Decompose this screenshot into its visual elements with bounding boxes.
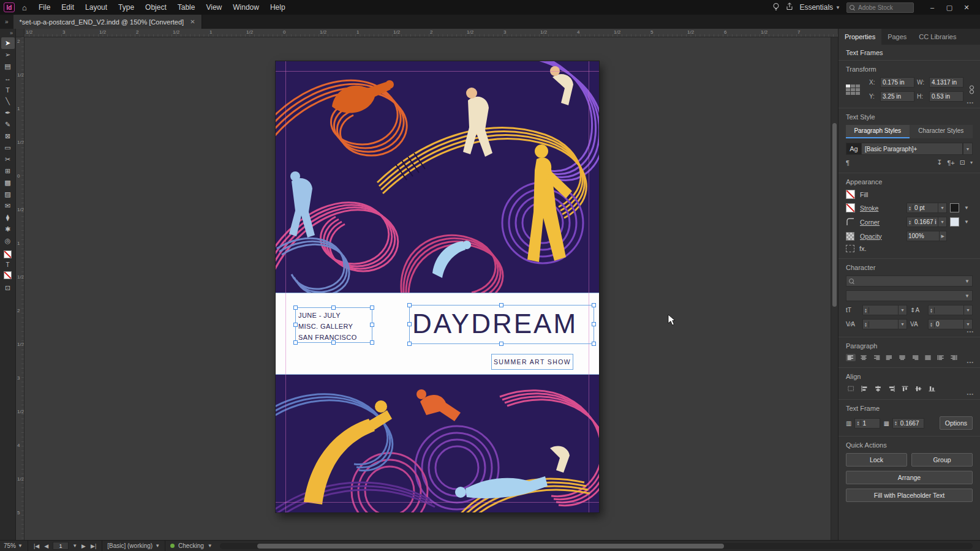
font-family-input[interactable] (856, 277, 962, 285)
columns-input[interactable] (861, 420, 880, 427)
selection-handle[interactable] (407, 342, 412, 346)
menu-item[interactable]: Table (172, 0, 201, 15)
leading-stepper[interactable]: ▲▼▼ (928, 305, 973, 315)
selection-handle[interactable] (407, 303, 412, 307)
tab-cc-libraries[interactable]: CC Libraries (913, 29, 962, 45)
font-size-stepper[interactable]: ▲▼▼ (862, 305, 907, 315)
justify-center-icon[interactable] (897, 354, 907, 361)
selection-handle[interactable] (293, 340, 298, 345)
vertical-ruler[interactable]: 21/211/201/211/221/231/241/251/26 (16, 37, 24, 540)
text-frame-options-button[interactable]: Options (940, 416, 973, 430)
panel-collapse-icon[interactable]: » (0, 15, 13, 29)
share-icon[interactable] (786, 2, 793, 12)
page-number-input[interactable] (53, 542, 69, 550)
home-icon[interactable]: ⌂ (18, 3, 31, 12)
more-options-button[interactable]: ••• (967, 359, 974, 365)
paragraph-style-select[interactable]: [Basic Paragraph]+ (862, 143, 963, 155)
stroke-swatch[interactable] (846, 203, 855, 212)
menu-item[interactable]: View (200, 0, 227, 15)
line-tool[interactable]: ╲ (1, 96, 15, 107)
selection-handle[interactable] (370, 305, 374, 310)
first-page-button[interactable]: |◀ (33, 543, 40, 549)
corner-radius-stepper[interactable]: ▲▼▼ (907, 217, 947, 227)
fill-swatch[interactable] (846, 190, 855, 199)
corner-link[interactable]: Corner (860, 219, 903, 226)
toolbar-collapse-icon[interactable]: » (10, 30, 15, 36)
fill-swatch-indicator[interactable] (4, 250, 12, 258)
align-vertical-top-icon[interactable] (900, 384, 910, 393)
selection-handle[interactable] (370, 340, 374, 345)
rectangle-tool[interactable]: ▭ (1, 142, 15, 154)
margin-guide[interactable] (276, 502, 599, 503)
justify-all-icon[interactable] (923, 354, 933, 361)
horizontal-scrollbar-thumb[interactable] (257, 544, 724, 549)
stroke-weight-input[interactable] (913, 204, 938, 211)
corner-radius-input[interactable] (913, 219, 938, 225)
pen-tool[interactable]: ✒ (1, 107, 15, 119)
vertical-scrollbar[interactable] (831, 37, 838, 540)
minimize-button[interactable]: – (924, 0, 941, 15)
redefine-style-icon[interactable]: ↧ (937, 159, 942, 167)
selection-handle[interactable] (592, 342, 596, 346)
constrain-proportions-icon[interactable] (966, 85, 977, 94)
leading-input[interactable] (935, 307, 963, 313)
align-horizontal-right-icon[interactable] (886, 384, 897, 393)
gutter-input[interactable] (899, 420, 924, 427)
selection-handle[interactable] (293, 305, 298, 310)
align-vertical-bottom-icon[interactable] (927, 384, 937, 393)
selection-handle[interactable] (499, 342, 503, 346)
workspace-switcher[interactable]: Essentials ▼ (799, 3, 840, 12)
tab-close-icon[interactable]: ✕ (190, 18, 195, 25)
tracking-stepper[interactable]: ▲▼▼ (928, 319, 973, 329)
kerning-stepper[interactable]: ▲▼▼ (862, 319, 907, 329)
artwork-frame-top[interactable] (276, 61, 599, 293)
align-horizontal-center-icon[interactable] (873, 384, 883, 393)
document-tab[interactable]: *set-up-a-postcard_END_V2.indd @ 150% [C… (13, 15, 202, 29)
free-transform-tool[interactable]: ⊞ (1, 165, 15, 177)
font-size-input[interactable] (869, 307, 898, 313)
selection-tool[interactable]: ➤ (1, 37, 15, 49)
type-tool[interactable]: T (1, 84, 15, 96)
hand-tool[interactable]: ✱ (1, 223, 15, 235)
margin-guide[interactable] (276, 71, 599, 72)
ruler-origin-corner[interactable] (16, 29, 24, 37)
selection-handle[interactable] (592, 322, 596, 326)
arrange-button[interactable]: Arrange (846, 471, 973, 484)
menu-item[interactable]: Help (265, 0, 291, 15)
align-toward-spine-icon[interactable] (936, 354, 946, 361)
formatting-affects-text-icon[interactable]: T (6, 261, 9, 268)
align-to-selection-icon[interactable] (846, 384, 856, 393)
selection-handle[interactable] (331, 340, 336, 345)
lock-button[interactable]: Lock (846, 453, 907, 467)
restore-button[interactable]: ▢ (941, 0, 958, 15)
justify-left-icon[interactable] (884, 354, 894, 361)
close-button[interactable]: ✕ (958, 0, 975, 15)
stroke-weight-stepper[interactable]: ▲▼▼ (907, 203, 947, 213)
zoom-tool[interactable]: ◎ (1, 235, 15, 247)
artwork-frame-bottom[interactable] (276, 375, 599, 512)
chevron-down-icon[interactable]: ▼ (965, 279, 970, 284)
direct-selection-tool[interactable]: ➢ (1, 49, 15, 61)
align-vertical-center-icon[interactable] (913, 384, 924, 393)
selection-handle[interactable] (370, 323, 374, 327)
indesign-app-icon[interactable]: Id (4, 2, 15, 12)
zoom-level-select[interactable]: 75% ▼ (4, 542, 23, 549)
stroke-color-swatch[interactable] (950, 203, 959, 212)
opacity-stepper[interactable]: ▶ (907, 231, 947, 241)
align-away-spine-icon[interactable] (949, 354, 959, 361)
transform-y-input[interactable] (880, 91, 914, 102)
selection-handle[interactable] (592, 303, 596, 307)
selection-handle[interactable] (499, 303, 503, 307)
chevron-down-icon[interactable]: ▼ (964, 205, 973, 211)
selection-handle[interactable] (293, 323, 298, 327)
eyedropper-tool[interactable]: ⧫ (1, 212, 15, 223)
preflight-profile-select[interactable]: [Basic] (working) ▼ (107, 542, 160, 549)
more-options-button[interactable]: ••• (967, 329, 974, 334)
more-options-button[interactable]: ••• (967, 100, 974, 105)
justify-right-icon[interactable] (910, 354, 920, 361)
more-options-button[interactable]: ••• (967, 391, 974, 397)
pasteboard[interactable]: JUNE - JULY MISC. GALLERY SAN FRANCISCO (24, 37, 831, 540)
chevron-down-icon[interactable]: ▼ (72, 543, 77, 549)
tracking-input[interactable] (935, 321, 963, 328)
next-page-button[interactable]: ▶ (81, 543, 86, 549)
